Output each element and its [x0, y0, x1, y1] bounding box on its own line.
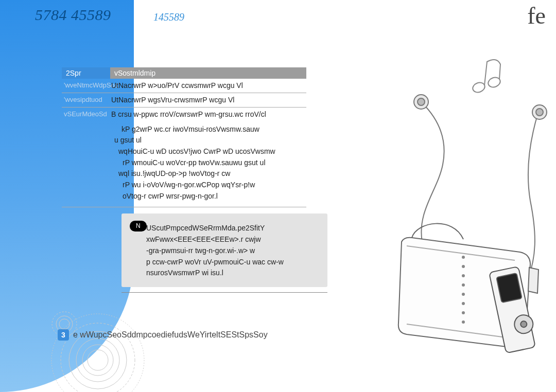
spec-table: 2Spr vSostmldmip 'wveNtmcWdpSod UtNacrwr… — [62, 67, 306, 293]
table-header-col1: 2Spr — [62, 67, 110, 79]
note-box: N UScutPmpcedWSeRrmMda.pe2SfitY xwFwwx<E… — [121, 213, 327, 287]
desc-line: kP g2wrP wc.cr iwoVmsui-rosVwsmw.sauw — [62, 124, 306, 135]
svg-point-17 — [462, 274, 465, 277]
table-cell-key: 'wvesipdtuod — [62, 93, 110, 107]
music-note-icon — [472, 60, 502, 94]
table-description-block: kP g2wrP wc.cr iwoVmsui-rosVwsmw.sauw u … — [62, 121, 306, 208]
step-line: 3 e wWupcSeoSddmpcoediefudsWeYirteltSESt… — [58, 329, 268, 341]
note-line: -gra-pwmsui-rr twg-n-gor.wi-.w> w — [146, 246, 255, 255]
note-line: xwFwwx<EEE<EEE<EEEw>.r cwjw — [146, 235, 261, 243]
divider — [121, 292, 327, 293]
svg-point-15 — [462, 256, 465, 259]
table-row: 'wveNtmcWdpSod UtNacrwrP w>uo/PrV ccwsmw… — [62, 79, 306, 93]
table-cell-value: UtNacrwrP w>uo/PrV ccwsmwrP wcgu Vl — [110, 79, 306, 93]
table-cell-key: 'wveNtmcWdpSod — [62, 79, 110, 93]
svg-point-9 — [472, 81, 486, 94]
table-cell-value: B crsu w-ppwc rroV/cwrswrP wm-grsu.wc rr… — [110, 108, 306, 121]
svg-point-22 — [462, 320, 465, 324]
svg-point-12 — [418, 98, 425, 105]
step-number-badge: 3 — [58, 329, 69, 341]
desc-line: rP wmouiC-u woVcr-pp twoVw.sauwu gsut ul — [62, 157, 306, 169]
table-cell-value: UtNacrwrP wgsVru-crwsmwrP wcgu Vl — [110, 93, 306, 107]
svg-point-21 — [462, 311, 465, 314]
desc-line: u gsut ul — [62, 135, 306, 146]
table-header-col2: vSostmldmip — [110, 67, 306, 79]
header-number-secondary: 145589 — [153, 11, 184, 23]
svg-point-1 — [82, 345, 113, 376]
corner-glyph: fe — [527, 2, 546, 29]
step-text: e wWupcSeoSddmpcoediefudsWeYirteltSEStSp… — [73, 330, 268, 340]
svg-point-2 — [76, 338, 119, 382]
note-line: UScutPmpcedWSeRrmMda.pe2SfitY — [146, 224, 265, 232]
svg-point-6 — [59, 319, 70, 329]
decorative-illustration — [335, 36, 556, 370]
note-badge: N — [130, 221, 147, 231]
svg-point-19 — [462, 293, 465, 296]
table-header-row: 2Spr vSostmldmip — [62, 67, 306, 79]
svg-point-18 — [462, 283, 465, 287]
svg-point-5 — [51, 314, 144, 392]
svg-point-0 — [88, 350, 108, 370]
desc-line: rP wu i-oVoV/wg-n-gor.wCPop wqYsr-p!w — [62, 180, 306, 191]
table-row: 'wvesipdtuod UtNacrwrP wgsVru-crwsmwrP w… — [62, 93, 306, 108]
table-cell-key: vSEurMdeoSd — [62, 108, 110, 121]
desc-line: oVtog-r cwrP wrsr-pwg-n-gor.l — [62, 191, 306, 202]
table-row: vSEurMdeoSd B crsu w-ppwc rroV/cwrswrP w… — [62, 108, 306, 121]
header-number-primary: 5784 45589 — [35, 6, 111, 24]
svg-point-16 — [462, 265, 465, 268]
concentric-rings-icon — [46, 309, 149, 392]
page: 5784 45589 145589 fe 2Spr vSostmldmip 'w… — [0, 0, 556, 392]
note-line: nsurosVwsmwrP wi isu.l — [146, 269, 223, 277]
desc-line: wqHouiC-u wD ucosV!jwo CwrP wD ucosVwsmw — [62, 146, 306, 157]
svg-point-20 — [462, 302, 465, 305]
desc-line: wql isu.!jwqUD-op->p !woVtog-r cw — [62, 168, 306, 180]
svg-point-14 — [536, 109, 543, 116]
note-line: p ccw-cwrP woVr uV-pwmouiC-u wac cw-w — [146, 258, 284, 266]
